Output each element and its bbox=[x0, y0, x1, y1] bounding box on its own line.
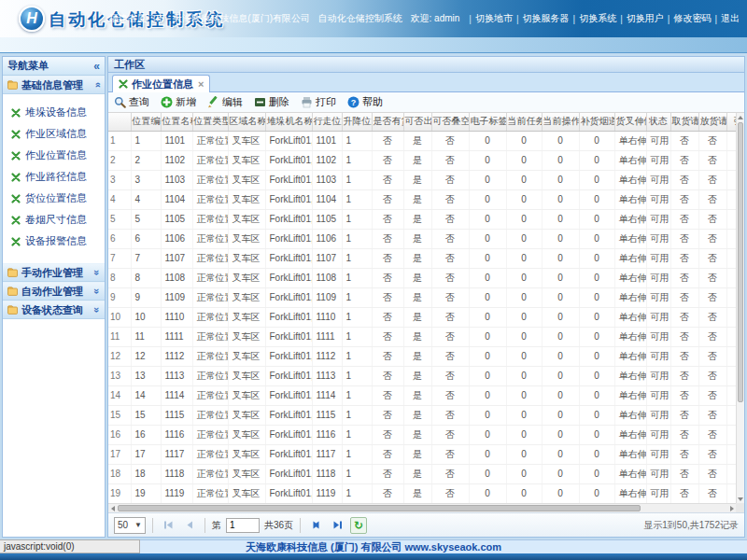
first-page-button[interactable] bbox=[160, 517, 176, 534]
table-row[interactable]: 19191119正常位置叉车区ForkLift01,For11191否是否000… bbox=[108, 483, 736, 503]
page-size-select[interactable]: 50 ▼ bbox=[114, 517, 146, 534]
cell: 可用 bbox=[646, 287, 670, 307]
cell: 1 bbox=[342, 425, 372, 444]
toolbar-help-button[interactable]: ?帮助 bbox=[347, 95, 383, 109]
table-row[interactable]: 551105正常位置叉车区ForkLift01,For11051否是否0000单… bbox=[108, 209, 736, 229]
tab-work-position-info[interactable]: 作业位置信息 × bbox=[112, 75, 210, 92]
browser-status-text: javascript:void(0) bbox=[0, 539, 140, 553]
scroll-left-icon[interactable] bbox=[108, 504, 117, 512]
table-row[interactable]: 10101110正常位置叉车区ForkLift01,For11101否是否000… bbox=[108, 307, 736, 327]
cell: 0 bbox=[469, 248, 506, 268]
topbar-link-3[interactable]: 切换用户 bbox=[627, 13, 664, 23]
topbar-link-4[interactable]: 修改密码 bbox=[673, 13, 711, 23]
column-header-16[interactable]: 取货请求 bbox=[670, 113, 698, 131]
sidebar-item-2[interactable]: 作业位置信息 bbox=[3, 145, 105, 166]
vertical-scrollbar[interactable] bbox=[736, 113, 744, 503]
cell: 正常位置 bbox=[192, 366, 228, 385]
topbar-link-5[interactable]: 退出 bbox=[721, 13, 740, 23]
scroll-up-icon[interactable] bbox=[737, 113, 744, 121]
tab-close-icon[interactable]: × bbox=[198, 78, 204, 90]
pager-divider bbox=[300, 518, 301, 533]
cell: 0 bbox=[542, 425, 579, 444]
table-row[interactable]: 16161116正常位置叉车区ForkLift01,For11161否是否000… bbox=[108, 425, 736, 444]
column-header-15[interactable]: 状态 bbox=[646, 113, 670, 131]
table-row[interactable]: 441104正常位置叉车区ForkLift01,For11041否是否0000单… bbox=[108, 189, 736, 209]
table-row[interactable]: 991109正常位置叉车区ForkLift01,For11091否是否0000单… bbox=[108, 287, 736, 307]
sidebar-item-3[interactable]: 作业路径信息 bbox=[3, 166, 105, 188]
sidebar-item-6[interactable]: 设备报警信息 bbox=[3, 231, 105, 252]
toolbar-edit-button[interactable]: 编辑 bbox=[207, 95, 243, 109]
column-header-10[interactable]: 电子标签地址 bbox=[469, 113, 506, 131]
table-row[interactable]: 12121112正常位置叉车区ForkLift01,For11121否是否000… bbox=[108, 346, 736, 366]
cell: 0 bbox=[579, 248, 614, 268]
topbar-link-2[interactable]: 切换系统 bbox=[579, 13, 616, 23]
cell: 1114 bbox=[312, 385, 342, 405]
page-number-input[interactable] bbox=[226, 518, 260, 533]
column-header-4[interactable]: 堆垛机名称 bbox=[265, 113, 312, 131]
vertical-scroll-thumb[interactable] bbox=[738, 122, 743, 402]
sidebar-collapse-icon[interactable]: « bbox=[93, 61, 100, 72]
cell: 可用 bbox=[646, 229, 670, 248]
column-header-18[interactable]: 强迫 bbox=[726, 113, 736, 131]
horizontal-scroll-thumb[interactable] bbox=[118, 505, 641, 511]
cell: 0 bbox=[579, 425, 614, 444]
sidebar-section-3[interactable]: 设备状态查询» bbox=[3, 301, 105, 319]
scroll-right-icon[interactable] bbox=[727, 504, 736, 512]
cell: 0 bbox=[469, 170, 506, 189]
table-row[interactable]: 15151115正常位置叉车区ForkLift01,For11151否是否000… bbox=[108, 405, 736, 425]
cell: 否 bbox=[431, 327, 469, 346]
table-row[interactable]: 221102正常位置叉车区ForkLift01,For11021否是否0000单… bbox=[108, 150, 736, 170]
column-header-7[interactable]: 是否有货物 bbox=[372, 113, 403, 131]
sidebar-item-0[interactable]: 堆垛设备信息 bbox=[3, 102, 105, 123]
cell: 否 bbox=[431, 444, 469, 464]
table-row[interactable]: 17171117正常位置叉车区ForkLift01,For11171否是否000… bbox=[108, 444, 736, 464]
column-header-1[interactable]: 位置名称 bbox=[161, 113, 192, 131]
table-row[interactable]: 331103正常位置叉车区ForkLift01,For11031否是否0000单… bbox=[108, 170, 736, 189]
column-header-8[interactable]: 可否出库 bbox=[403, 113, 431, 131]
column-header-14[interactable]: 货叉伸位 bbox=[614, 113, 646, 131]
sidebar-section-0[interactable]: 基础信息管理» bbox=[3, 76, 105, 94]
cell: 是 bbox=[403, 425, 431, 444]
table-row[interactable]: 13131113正常位置叉车区ForkLift01,For11131否是否000… bbox=[108, 366, 736, 385]
cell: 0 bbox=[542, 385, 579, 405]
column-header-3[interactable]: 区域名称 bbox=[228, 113, 265, 131]
sidebar-section-2[interactable]: 自动作业管理» bbox=[3, 282, 105, 301]
toolbar-delete-button[interactable]: 删除 bbox=[254, 95, 289, 109]
table-row[interactable]: 18181118正常位置叉车区ForkLift01,For11181否是否000… bbox=[108, 464, 736, 483]
table-row[interactable]: 14141114正常位置叉车区ForkLift01,For11141否是否000… bbox=[108, 385, 736, 405]
column-header-11[interactable]: 当前任务ID bbox=[506, 113, 542, 131]
column-header-9[interactable]: 可否叠空托盘 bbox=[431, 113, 469, 131]
horizontal-scrollbar[interactable] bbox=[108, 503, 736, 512]
sidebar-item-4[interactable]: 货位位置信息 bbox=[3, 188, 105, 209]
next-page-button[interactable] bbox=[307, 517, 324, 534]
column-header-2[interactable]: 位置类型 bbox=[192, 113, 228, 131]
row-number-header[interactable] bbox=[108, 113, 131, 131]
toolbar-print-button[interactable]: 打印 bbox=[301, 95, 336, 109]
topbar-link-1[interactable]: 切换服务器 bbox=[523, 13, 570, 23]
column-header-17[interactable]: 放货请求 bbox=[698, 113, 726, 131]
sidebar-item-1[interactable]: 作业区域信息 bbox=[3, 123, 105, 145]
scroll-down-icon[interactable] bbox=[737, 495, 744, 503]
column-header-6[interactable]: 升降位置 bbox=[342, 113, 372, 131]
last-page-button[interactable] bbox=[329, 517, 345, 534]
prev-page-button[interactable] bbox=[181, 517, 198, 534]
cell: 否 bbox=[372, 346, 403, 366]
column-header-13[interactable]: 补货烟道代码 bbox=[579, 113, 614, 131]
topbar-link-0[interactable]: 切换地市 bbox=[475, 13, 513, 23]
sidebar-item-5[interactable]: 卷烟尺寸信息 bbox=[3, 209, 105, 231]
toolbar-add-button[interactable]: 新增 bbox=[161, 95, 196, 109]
table-row[interactable]: 771107正常位置叉车区ForkLift01,For11071否是否0000单… bbox=[108, 248, 736, 268]
sidebar-section-1[interactable]: 手动作业管理» bbox=[3, 263, 105, 282]
table-row[interactable]: 11111111正常位置叉车区ForkLift01,For11111否是否000… bbox=[108, 327, 736, 346]
table-row[interactable]: 881108正常位置叉车区ForkLift01,For11081否是否0000单… bbox=[108, 268, 736, 287]
cell: 0 bbox=[542, 248, 579, 268]
toolbar-search-button[interactable]: 查询 bbox=[114, 95, 149, 109]
column-header-0[interactable]: 位置编号 bbox=[131, 113, 161, 131]
column-header-5[interactable]: 行走位置 bbox=[312, 113, 342, 131]
table-row[interactable]: 661106正常位置叉车区ForkLift01,For11061否是否0000单… bbox=[108, 229, 736, 248]
cell: 0 bbox=[579, 444, 614, 464]
refresh-button[interactable]: ↻ bbox=[350, 517, 367, 534]
cell: 0 bbox=[542, 346, 579, 366]
column-header-12[interactable]: 当前操作数量 bbox=[542, 113, 579, 131]
table-row[interactable]: 111101正常位置叉车区ForkLift01,For11011否是否0000单… bbox=[108, 131, 736, 150]
